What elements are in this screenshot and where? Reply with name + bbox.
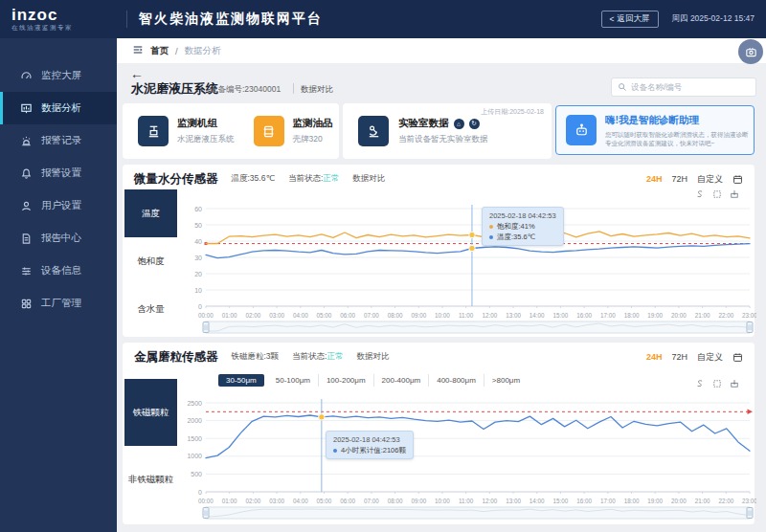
range-24h[interactable]: 24H xyxy=(646,352,663,362)
series-dot-temperature xyxy=(489,235,493,239)
lab-card-title: 实验室数据 xyxy=(398,117,449,130)
machine-icon xyxy=(138,116,169,146)
user-icon xyxy=(20,200,33,212)
save-image-icon[interactable] xyxy=(730,379,739,388)
svg-text:02:00: 02:00 xyxy=(246,312,261,319)
particle-size-filters: 30-50μm 50-100μm 100-200μm 200-400μm 400… xyxy=(218,374,528,387)
unit-card-subtitle: 水泥磨液压系统 xyxy=(177,134,235,145)
range-custom[interactable]: 自定义 xyxy=(697,173,723,186)
svg-text:11:00: 11:00 xyxy=(459,498,474,504)
tab-non-ferromagnetic[interactable]: 非铁磁颗粒 xyxy=(124,446,177,513)
datazoom-handle[interactable] xyxy=(203,508,209,519)
sidebar-item-user-settings[interactable]: 用户设置 xyxy=(0,189,117,222)
sidebar-item-device-info[interactable]: 设备信息 xyxy=(0,255,117,287)
top-header: inzoc 在线油液监测专家 智火柴油液监测物联网平台 < 返回大屏 周四 20… xyxy=(0,0,766,38)
ai-assistant-card[interactable]: 嗨!我是智能诊断助理 您可以随时获取智能化诊断润滑状态，获得油液诊断 专业化润滑… xyxy=(555,105,755,155)
header-divider xyxy=(126,11,127,28)
datazoom-handle[interactable] xyxy=(747,508,753,519)
breadcrumb: 首页 / 数据分析 xyxy=(117,38,766,63)
moisture-panel-title: 微量水分传感器 xyxy=(134,171,218,188)
sidebar-item-factory-management[interactable]: 工厂管理 xyxy=(0,287,117,320)
sidebar-item-monitor-screen[interactable]: 监控大屏 xyxy=(0,59,117,92)
document-icon xyxy=(20,233,33,245)
svg-text:00:00: 00:00 xyxy=(198,498,214,504)
filter-50-100[interactable]: 50-100μm xyxy=(268,374,319,387)
filter-30-50[interactable]: 30-50μm xyxy=(218,374,264,387)
microscope-icon xyxy=(358,116,389,146)
metal-tab-column: 铁磁颗粒 非铁磁颗粒 xyxy=(124,379,177,513)
sidebar-item-report-center[interactable]: 报告中心 xyxy=(0,222,117,255)
tab-saturation[interactable]: 饱和度 xyxy=(124,237,177,285)
app-window: inzoc 在线油液监测专家 智火柴油液监测物联网平台 < 返回大屏 周四 20… xyxy=(0,0,766,532)
breadcrumb-home[interactable]: 首页 xyxy=(150,45,169,57)
svg-text:05:00: 05:00 xyxy=(317,312,332,319)
svg-text:18:00: 18:00 xyxy=(624,312,640,319)
sidebar-item-alarm-records[interactable]: 报警记录 xyxy=(0,124,117,157)
svg-text:2500: 2500 xyxy=(187,400,202,407)
metal-panel-header: 金属磨粒传感器 铁磁磨粒:3颗 当前状态:正常 数据对比 24H 72H 自定义 xyxy=(134,348,743,366)
svg-text:09:00: 09:00 xyxy=(411,498,426,504)
svg-text:21:00: 21:00 xyxy=(695,312,710,319)
search-icon xyxy=(618,82,627,92)
datazoom-handle[interactable] xyxy=(203,322,209,333)
moisture-sensor-panel: 微量水分传感器 温度:35.6℃ 当前状态:正常 数据对比 24H 72H 自定… xyxy=(123,165,755,337)
svg-text:02:00: 02:00 xyxy=(246,498,261,504)
lab-home-icon[interactable]: ⌂ xyxy=(454,119,464,129)
oil-card-title: 监测油品 xyxy=(293,117,333,130)
lab-refresh-icon[interactable]: ↻ xyxy=(469,119,480,129)
calendar-icon[interactable] xyxy=(732,352,743,363)
svg-text:16:00: 16:00 xyxy=(576,498,592,504)
tab-water-content[interactable]: 含水量 xyxy=(124,285,177,333)
filter-400-800[interactable]: 400-800μm xyxy=(429,374,484,387)
datazoom-icon[interactable] xyxy=(712,379,722,388)
device-number: 设备编号:23040001 xyxy=(210,84,281,96)
restore-icon[interactable] xyxy=(695,379,705,388)
svg-text:18:00: 18:00 xyxy=(624,498,640,504)
filter-200-400[interactable]: 200-400μm xyxy=(374,374,430,387)
chart-tooltip: 2025-02-18 04:42:53 饱和度:41% 温度:35.6℃ xyxy=(482,207,564,246)
range-24h[interactable]: 24H xyxy=(646,174,663,184)
moisture-panel-header: 微量水分传感器 温度:35.6℃ 当前状态:正常 数据对比 24H 72H 自定… xyxy=(134,170,743,188)
back-button[interactable]: ← xyxy=(130,67,144,80)
svg-text:50: 50 xyxy=(194,222,202,229)
svg-text:13:00: 13:00 xyxy=(506,498,521,504)
ai-assistant-title: 嗨!我是智能诊断助理 xyxy=(605,114,749,127)
screenshot-button[interactable] xyxy=(738,39,763,64)
sidebar-item-data-analysis[interactable]: 数据分析 xyxy=(0,92,117,124)
range-72h[interactable]: 72H xyxy=(671,174,687,184)
series-dot-saturation xyxy=(489,225,493,229)
breadcrumb-current: 数据分析 xyxy=(185,45,221,57)
moisture-tab-column: 温度 饱和度 含水量 xyxy=(124,189,177,333)
filter-100-200[interactable]: 100-200μm xyxy=(319,374,374,387)
svg-text:60: 60 xyxy=(194,206,202,212)
sidebar-item-alarm-settings[interactable]: 报警设置 xyxy=(0,157,117,189)
moisture-line-chart[interactable]: 010203040506000:0001:0002:0003:0004:0005… xyxy=(177,193,756,335)
datazoom-slider[interactable] xyxy=(206,321,750,333)
svg-text:17:00: 17:00 xyxy=(600,498,616,504)
collapse-menu-icon[interactable] xyxy=(132,42,144,59)
range-72h[interactable]: 72H xyxy=(671,352,687,362)
svg-text:12:00: 12:00 xyxy=(482,498,497,504)
filter-800plus[interactable]: >800μm xyxy=(484,374,528,387)
svg-text:0: 0 xyxy=(198,489,202,496)
metal-compare-link[interactable]: 数据对比 xyxy=(356,351,389,363)
tab-ferromagnetic[interactable]: 铁磁颗粒 xyxy=(124,379,177,446)
moisture-compare-link[interactable]: 数据对比 xyxy=(352,173,385,185)
svg-text:30: 30 xyxy=(194,255,202,261)
oil-card-subtitle: 壳牌320 xyxy=(293,134,333,145)
range-custom[interactable]: 自定义 xyxy=(697,351,723,364)
bell-icon xyxy=(20,167,33,180)
svg-text:06:00: 06:00 xyxy=(340,498,355,504)
main-content: 首页 / 数据分析 ← 水泥磨液压系统 设备编号:23040001 数据对比 监… xyxy=(117,38,766,532)
calendar-icon[interactable] xyxy=(732,174,743,185)
metal-line-chart[interactable]: 0500100015002000250000:0001:0002:0003:00… xyxy=(177,388,756,521)
back-to-bigscreen-button[interactable]: < 返回大屏 xyxy=(601,11,659,28)
search-input[interactable] xyxy=(631,82,744,92)
bar-chart-icon xyxy=(20,102,33,115)
svg-text:20:00: 20:00 xyxy=(671,498,687,504)
moisture-temp-meta: 温度:35.6℃ xyxy=(232,173,275,185)
svg-text:13:00: 13:00 xyxy=(506,312,521,319)
tab-temperature[interactable]: 温度 xyxy=(124,189,177,237)
data-compare-link[interactable]: 数据对比 xyxy=(301,84,333,96)
datazoom-handle[interactable] xyxy=(747,322,753,333)
